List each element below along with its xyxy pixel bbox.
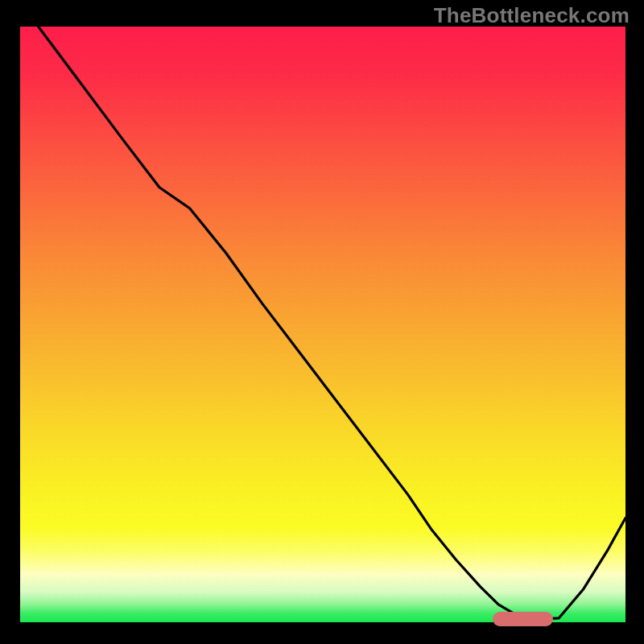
chart-root: { "watermark": "TheBottleneck.com", "col… bbox=[0, 0, 644, 644]
curve-line bbox=[20, 27, 625, 622]
plot-frame bbox=[20, 27, 625, 622]
optimum-marker bbox=[493, 612, 553, 626]
watermark-text: TheBottleneck.com bbox=[434, 3, 630, 28]
